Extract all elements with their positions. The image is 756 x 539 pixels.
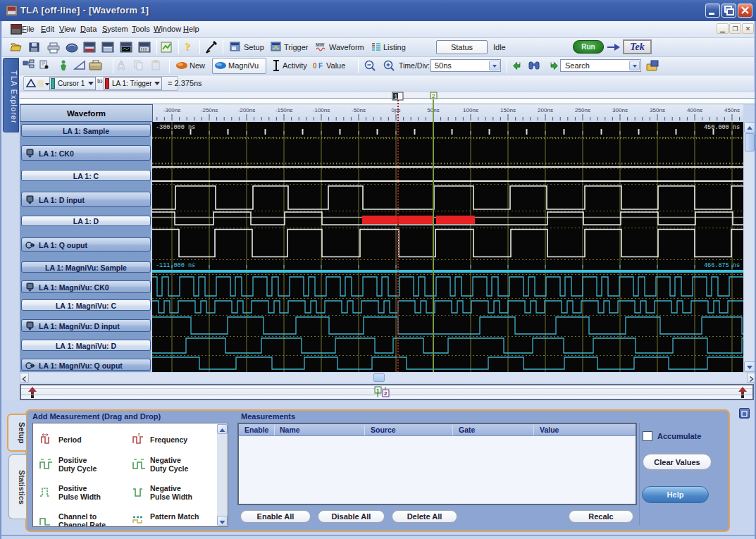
svg-text:0ps: 0ps xyxy=(392,107,401,113)
svg-text:400ns: 400ns xyxy=(687,107,702,113)
svg-text:466.875 ns: 466.875 ns xyxy=(704,262,740,269)
svg-text:-200ns: -200ns xyxy=(238,107,255,113)
svg-text:MagniVu: MagniVu xyxy=(228,61,259,70)
svg-text:-250ns: -250ns xyxy=(201,107,218,113)
svg-text:450.000 ns: 450.000 ns xyxy=(704,124,740,131)
svg-text:-100ns: -100ns xyxy=(313,107,330,113)
svg-text:350ns: 350ns xyxy=(650,107,665,113)
svg-text:100ns: 100ns xyxy=(463,107,478,113)
svg-text:250ns: 250ns xyxy=(575,107,590,113)
svg-text:F: F xyxy=(318,62,323,70)
svg-text:?: ? xyxy=(185,41,190,52)
svg-text:2: 2 xyxy=(432,93,435,99)
svg-text:150ns: 150ns xyxy=(500,107,516,113)
svg-text:MW: MW xyxy=(316,42,325,47)
svg-text:300ns: 300ns xyxy=(612,107,628,113)
svg-text:-150ns: -150ns xyxy=(275,107,292,113)
svg-text:1: 1 xyxy=(376,388,380,394)
svg-text:-300ns: -300ns xyxy=(163,107,180,113)
svg-text:1: 1 xyxy=(395,93,398,100)
svg-text:New: New xyxy=(190,61,205,70)
svg-text:0: 0 xyxy=(313,62,317,70)
svg-text:450ns: 450ns xyxy=(724,107,740,113)
svg-text:200ns: 200ns xyxy=(538,107,553,113)
svg-text:-111.000 ns: -111.000 ns xyxy=(156,262,195,269)
svg-text:2: 2 xyxy=(384,390,388,397)
svg-text:-300.000 ns: -300.000 ns xyxy=(156,124,195,131)
svg-text:-50ns: -50ns xyxy=(352,107,366,113)
